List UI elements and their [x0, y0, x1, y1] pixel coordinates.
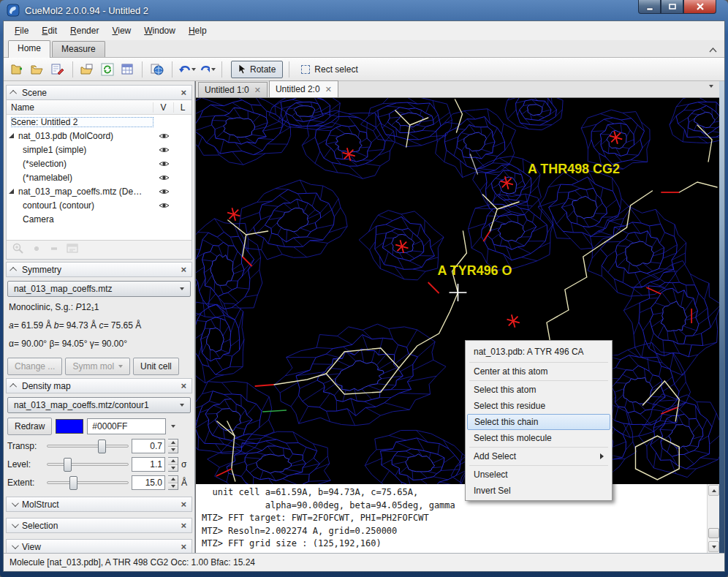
menu-file[interactable]: File [8, 22, 35, 39]
menu-item-select-residue[interactable]: Select this residue [467, 398, 610, 414]
color-swatch[interactable] [56, 419, 83, 434]
symmetry-panel-header[interactable]: Symmetry × [6, 262, 192, 277]
tree-row-contour1[interactable]: contour1 (contour) [7, 198, 192, 212]
extent-slider[interactable] [47, 481, 129, 484]
color-hex-field[interactable]: #0000FF [87, 418, 166, 434]
remove-icon[interactable] [49, 244, 59, 256]
doc-tab-untitled2[interactable]: Untitled 2:0✕ [269, 80, 338, 97]
tree-row-camera[interactable]: Camera [7, 212, 192, 226]
menu-item-select-atom[interactable]: Select this atom [467, 382, 610, 398]
molstruct-panel-header[interactable]: MolStruct × [6, 497, 192, 512]
molecule-viewport[interactable]: A THR498 CG2A TYR496 O [196, 98, 719, 484]
refresh-icon[interactable] [99, 61, 116, 78]
new-scene-icon[interactable] [10, 61, 27, 78]
scroll-up-icon[interactable] [708, 485, 719, 496]
log-pane[interactable]: unit cell a=61.59A, b=94.73A, c=75.65A, … [196, 484, 719, 553]
table-icon[interactable] [118, 61, 136, 78]
eye-icon[interactable] [153, 188, 174, 195]
menu-item-select-chain[interactable]: Select this chain [467, 414, 610, 430]
tab-home[interactable]: Home [8, 40, 50, 58]
expand-panel-icon[interactable] [12, 499, 19, 507]
close-panel-icon[interactable]: × [181, 381, 186, 391]
slider-thumb[interactable] [64, 458, 72, 472]
symmetry-target-select[interactable]: nat_013_map_coeffs.mtz [7, 281, 191, 297]
menu-item-add-select[interactable]: Add Select [467, 448, 610, 464]
menu-item-invert-sel[interactable]: Invert Sel [467, 483, 610, 499]
eye-icon[interactable] [153, 160, 174, 167]
minimize-button[interactable] [638, 0, 661, 14]
extent-value[interactable]: 15.0 [132, 475, 165, 490]
column-lock[interactable]: L [174, 102, 192, 113]
scroll-down-icon[interactable] [708, 541, 719, 552]
slider-thumb[interactable] [98, 440, 106, 453]
unit-cell-button[interactable]: Unit cell [133, 358, 179, 375]
properties-icon[interactable] [67, 244, 80, 256]
collapse-ribbon-icon[interactable] [709, 45, 717, 55]
rect-select-button[interactable]: Rect select [295, 64, 363, 75]
menu-item-center-at-atom[interactable]: Center at this atom [467, 363, 610, 380]
menu-render[interactable]: Render [64, 22, 105, 39]
density-panel-header[interactable]: Density map × [6, 378, 192, 393]
level-slider[interactable] [47, 463, 129, 466]
redraw-button[interactable]: Redraw [7, 418, 52, 435]
eye-icon[interactable] [153, 174, 174, 181]
tab-list-dropdown-icon[interactable] [708, 88, 713, 98]
level-stepper[interactable] [168, 457, 178, 472]
redo-icon[interactable] [198, 61, 216, 78]
transp-value[interactable]: 0.7 [132, 439, 165, 453]
extent-stepper[interactable] [168, 475, 178, 490]
tree-row-selection[interactable]: (*selection) [7, 156, 192, 170]
eye-icon[interactable] [153, 202, 174, 209]
expand-panel-icon[interactable] [12, 542, 19, 549]
log-scrollbar[interactable] [707, 484, 719, 553]
menu-help[interactable]: Help [182, 22, 213, 39]
close-button[interactable] [683, 0, 716, 14]
close-tab-icon[interactable]: ✕ [325, 82, 332, 97]
zoom-plus-icon[interactable] [12, 243, 24, 257]
save-scene-icon[interactable] [49, 61, 67, 78]
tab-measure[interactable]: Measure [52, 41, 105, 57]
transp-stepper[interactable] [168, 439, 178, 453]
open-scene-icon[interactable] [29, 61, 47, 78]
chevron-down-icon[interactable] [171, 425, 175, 428]
transp-slider[interactable] [47, 445, 129, 448]
close-tab-icon[interactable]: ✕ [254, 83, 261, 97]
expand-panel-icon[interactable] [12, 521, 19, 528]
scrollbar-thumb[interactable] [708, 528, 719, 538]
tree-row-namelabel[interactable]: (*namelabel) [7, 170, 192, 184]
menu-window[interactable]: Window [137, 22, 182, 39]
close-panel-icon[interactable]: × [181, 499, 186, 509]
open-file-icon[interactable] [79, 61, 96, 78]
eye-icon[interactable] [153, 146, 174, 154]
menu-edit[interactable]: Edit [35, 22, 64, 39]
change-button[interactable]: Change ... [7, 358, 62, 375]
view-panel-header[interactable]: View × [6, 539, 192, 553]
expander-icon[interactable] [9, 133, 14, 138]
close-panel-icon[interactable]: × [181, 265, 186, 274]
expander-icon[interactable] [9, 189, 14, 194]
menu-item-unselect[interactable]: Unselect [467, 467, 610, 483]
menu-view[interactable]: View [105, 22, 137, 39]
close-panel-icon[interactable]: × [181, 521, 186, 530]
collapse-panel-icon[interactable] [10, 267, 17, 274]
collapse-panel-icon[interactable] [10, 383, 17, 391]
column-visible[interactable]: V [153, 102, 174, 113]
column-name[interactable]: Name [7, 102, 153, 113]
undo-icon[interactable] [178, 61, 196, 78]
tree-row-simple1[interactable]: simple1 (simple) [7, 143, 192, 156]
tree-row-scene[interactable]: Scene: Untitled 2 [7, 115, 192, 129]
menu-item-select-molecule[interactable]: Select this molecule [467, 430, 610, 446]
eye-icon[interactable] [153, 132, 174, 140]
render-icon[interactable] [148, 61, 166, 78]
symm-mol-button[interactable]: Symm mol [65, 358, 130, 375]
rotate-button[interactable]: Rotate [231, 61, 283, 78]
close-panel-icon[interactable]: × [181, 542, 186, 551]
scene-panel-header[interactable]: Scene × [6, 85, 192, 100]
close-panel-icon[interactable]: × [181, 88, 186, 97]
tree-row-molcoord[interactable]: nat_013.pdb (MolCoord) [7, 129, 192, 143]
selection-panel-header[interactable]: Selection × [6, 518, 192, 533]
add-icon[interactable] [31, 244, 42, 256]
tree-row-mtz[interactable]: nat_013_map_coeffs.mtz (De… [7, 184, 192, 198]
doc-tab-untitled1[interactable]: Untitled 1:0✕ [198, 82, 268, 97]
level-value[interactable]: 1.1 [132, 457, 165, 472]
